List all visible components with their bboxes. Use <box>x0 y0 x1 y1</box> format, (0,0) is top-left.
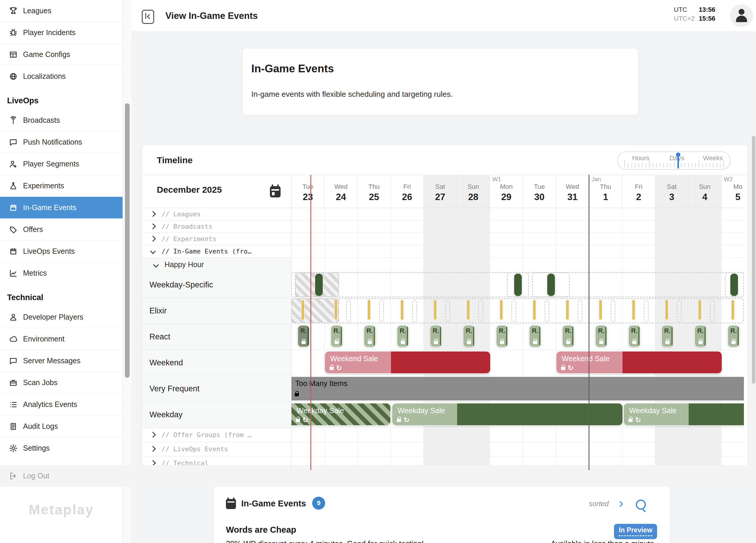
day-header-sat-27[interactable]: Sat27 <box>423 175 457 208</box>
sidebar-item-label: In-Game Events <box>23 203 76 212</box>
sidebar-item-scan-jobs[interactable]: Scan Jobs <box>0 372 123 394</box>
day-header-sun-28[interactable]: Sun28 <box>457 175 490 208</box>
calendar-picker-icon[interactable] <box>270 186 281 198</box>
event-item-name[interactable]: Words are Cheap <box>226 525 296 535</box>
timeline-row-in-game-events-fro[interactable]: // In-Game Events (fro… <box>142 245 291 257</box>
zoom-ticks <box>624 160 724 167</box>
timeline-row-broadcasts[interactable]: // Broadcasts <box>142 220 291 233</box>
recurring-event-pill[interactable]: R. <box>330 325 343 347</box>
timeline-zoom-slider[interactable]: HoursDaysWeeks <box>617 151 731 170</box>
timeline-row-label-react[interactable]: React <box>149 324 170 350</box>
day-header-fri-2[interactable]: Fri2 <box>622 175 655 208</box>
recurring-event-pill[interactable]: R. <box>430 325 442 347</box>
day-header-thu-25[interactable]: Thu25 <box>357 175 390 208</box>
timeline-row-leagues[interactable]: // Leagues <box>142 208 291 220</box>
timeline-row-label-weekday[interactable]: Weekday <box>149 402 183 428</box>
recurring-event-pill[interactable]: R. <box>562 325 574 347</box>
occurrence-bar[interactable] <box>698 299 702 320</box>
overflow-bar[interactable]: Too Many Items <box>291 376 744 401</box>
sidebar-item-server-messages[interactable]: Server Messages <box>0 350 123 372</box>
occurrence-bar[interactable] <box>665 299 669 320</box>
occurrence-pill[interactable] <box>315 273 323 296</box>
sidebar-item-localizations[interactable]: Localizations <box>0 66 123 87</box>
sidebar-item-broadcasts[interactable]: Broadcasts <box>0 110 123 131</box>
sidebar-item-log-out[interactable]: Log Out <box>0 465 756 487</box>
day-header-sat-3[interactable]: Sat3 <box>655 175 688 208</box>
day-header-tue-30[interactable]: Tue30 <box>523 175 556 208</box>
day-header-wed-31[interactable]: Wed31 <box>556 175 589 208</box>
timeline-row-label-weekend[interactable]: Weekend <box>149 350 183 376</box>
expand-chevron-icon[interactable] <box>618 502 622 507</box>
recurring-event-pill[interactable]: R. <box>661 325 674 347</box>
recurring-event-pill[interactable]: R. <box>496 325 508 347</box>
timeline-row-happy-hour[interactable]: Happy Hour <box>142 257 291 272</box>
sidebar-item-settings[interactable]: Settings <box>0 437 123 459</box>
sidebar-item-audit-logs[interactable]: Audit Logs <box>0 415 123 437</box>
day-number: 26 <box>391 192 423 203</box>
timeline-row-offer-groups-from[interactable]: // Offer Groups (from … <box>142 428 291 442</box>
sidebar-item-game-configs[interactable]: Game Configs <box>0 44 123 66</box>
recurring-event-pill[interactable]: R. <box>463 325 475 347</box>
info-card: In-Game Events In-game events with flexi… <box>242 48 638 115</box>
day-header-wed-24[interactable]: Wed24 <box>324 175 357 208</box>
day-header-sun-4[interactable]: Sun4 <box>688 175 721 208</box>
recurring-event-pill[interactable]: R. <box>694 325 707 347</box>
sidebar-item-analytics-events[interactable]: Analytics Events <box>0 394 123 415</box>
sidebar-item-experiments[interactable]: Experiments <box>0 175 123 197</box>
sidebar-item-offers[interactable]: Offers <box>0 219 123 241</box>
recurring-event-pill[interactable]: R. <box>364 325 376 347</box>
event-bar-weekday-sale[interactable]: Weekday Sale↻ <box>623 403 744 426</box>
day-header-fri-26[interactable]: Fri26 <box>390 175 423 208</box>
occurrence-bar[interactable] <box>334 299 338 320</box>
timeline-row-liveops-events[interactable]: // LiveOps Events <box>142 442 291 456</box>
sidebar-item-metrics[interactable]: Metrics <box>0 263 123 284</box>
recurring-event-pill[interactable]: R. <box>628 325 641 347</box>
occurrence-bar[interactable] <box>599 299 602 320</box>
event-bar-weekend-sale[interactable]: Weekend Sale↻ <box>324 351 491 374</box>
occurrence-bar[interactable] <box>301 299 305 320</box>
recurring-event-pill[interactable]: R. <box>297 325 310 347</box>
timeline-row-experiments[interactable]: // Experiments <box>142 233 291 245</box>
sidebar-collapse-icon[interactable] <box>142 10 154 24</box>
sidebar-item-liveops-events[interactable]: LiveOps Events <box>0 241 123 263</box>
recurring-event-pill[interactable]: R. <box>595 325 607 347</box>
search-icon[interactable] <box>636 500 646 510</box>
day-header-tue-23[interactable]: Tue23 <box>291 175 324 208</box>
sidebar-item-in-game-events[interactable]: In-Game Events <box>0 197 123 219</box>
recurring-event-pill[interactable]: R. <box>397 325 409 347</box>
occurrence-bar[interactable] <box>731 299 735 320</box>
sidebar-scrollbar-thumb[interactable] <box>125 103 130 378</box>
occurrence-pill[interactable] <box>547 273 555 296</box>
occurrence-bar[interactable] <box>566 299 569 320</box>
day-number: 5 <box>721 192 744 203</box>
occurrence-bar[interactable] <box>433 299 437 320</box>
sidebar-item-player-segments[interactable]: Player Segments <box>0 153 123 175</box>
sidebar-item-developer-players[interactable]: Developer Players <box>0 306 123 328</box>
recurring-event-pill[interactable]: R. <box>727 325 740 347</box>
sidebar-item-player-incidents[interactable]: Player Incidents <box>0 22 123 44</box>
sidebar-item-push-notifications[interactable]: Push Notifications <box>0 131 123 153</box>
event-bar-weekday-sale[interactable]: Weekday Sale↻ <box>291 403 391 426</box>
occurrence-bar[interactable] <box>466 299 470 320</box>
timeline-row-label-elixir[interactable]: Elixir <box>149 298 167 324</box>
sidebar-item-leagues[interactable]: Leagues <box>0 0 123 22</box>
occurrence-pill[interactable] <box>730 273 739 296</box>
recurring-event-pill[interactable]: R. <box>529 325 541 347</box>
occurrence-pill[interactable] <box>514 273 522 296</box>
timeline-row-label-very-frequent[interactable]: Very Frequent <box>149 376 200 402</box>
occurrence-bar[interactable] <box>499 299 503 320</box>
user-avatar[interactable] <box>730 4 753 27</box>
sidebar-item-environment[interactable]: Environment <box>0 328 123 350</box>
event-bar-weekend-sale[interactable]: Weekend Sale↻ <box>556 351 722 374</box>
occurrence-bar[interactable] <box>400 299 404 320</box>
day-header-thu-1[interactable]: JanThu1 <box>589 175 622 208</box>
occurrence-bar[interactable] <box>367 299 371 320</box>
briefcase-icon <box>9 378 18 387</box>
day-header-mon-29[interactable]: W1Mon29 <box>490 175 523 208</box>
zoom-slider-thumb[interactable] <box>677 154 679 169</box>
occurrence-bar[interactable] <box>632 299 636 320</box>
page-scrollbar-thumb[interactable] <box>752 136 755 384</box>
occurrence-bar[interactable] <box>532 299 536 320</box>
timeline-row-label-weekday-specific[interactable]: Weekday-Specific <box>149 272 213 298</box>
day-header-mo-5[interactable]: W2Mo5 <box>721 175 744 208</box>
